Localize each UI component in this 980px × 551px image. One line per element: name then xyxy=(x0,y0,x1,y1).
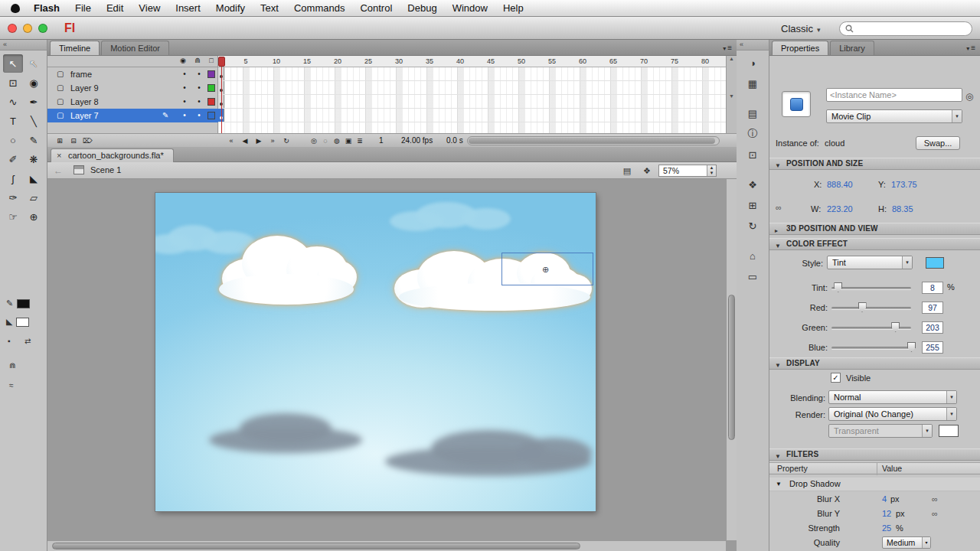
play-button[interactable]: ▶ xyxy=(253,135,265,146)
symbol-thumbnail[interactable] xyxy=(782,91,811,117)
deco-tool[interactable]: ❋ xyxy=(24,150,44,168)
menu-insert[interactable]: Insert xyxy=(168,0,208,17)
search-input[interactable] xyxy=(858,24,965,34)
pen-tool[interactable]: ✒ xyxy=(24,93,44,111)
gradient-transform-tool[interactable]: ◉ xyxy=(24,73,44,92)
history-panel-icon[interactable]: ⌂ xyxy=(743,247,763,264)
tint-slider-value[interactable]: 8 xyxy=(922,282,943,294)
layer-row-frame[interactable]: ▢frame•• xyxy=(47,67,218,81)
swap-colors-button[interactable]: ⇄ xyxy=(24,337,31,345)
default-colors-button[interactable]: ▪ xyxy=(8,337,11,345)
blue-slider-thumb[interactable] xyxy=(907,342,916,352)
frames-row-frame[interactable] xyxy=(218,67,726,81)
eyedropper-tool[interactable]: ✑ xyxy=(3,188,23,207)
menu-flash[interactable]: Flash xyxy=(26,0,67,17)
paint-bucket-tool[interactable]: ◣ xyxy=(24,169,44,187)
x-value[interactable]: 888.40 xyxy=(827,180,853,189)
pin-properties-icon[interactable]: ◎ xyxy=(965,91,973,102)
bone-tool[interactable]: ʃ xyxy=(3,169,23,187)
layer-row-layer-9[interactable]: ▢Layer 9•• xyxy=(47,81,218,95)
instance-name-input[interactable] xyxy=(826,88,962,102)
menu-edit[interactable]: Edit xyxy=(99,0,131,17)
layer-visibility-dot[interactable]: • xyxy=(180,81,189,95)
show-hide-all-icon[interactable]: ◉ xyxy=(178,57,188,64)
edit-symbols-button[interactable]: ❖ xyxy=(640,165,654,177)
h-value[interactable]: 88.35 xyxy=(892,204,913,214)
blue-slider-value[interactable]: 255 xyxy=(922,341,943,354)
scene-name[interactable]: Scene 1 xyxy=(90,165,121,174)
tool-option-toggle[interactable]: ≈ xyxy=(9,381,14,390)
selection-tool[interactable]: ↖ xyxy=(3,54,23,73)
menu-modify[interactable]: Modify xyxy=(208,0,253,17)
onion-skin-button[interactable]: ◌ xyxy=(319,135,332,146)
close-button[interactable] xyxy=(8,24,17,33)
layer-lock-dot[interactable]: • xyxy=(194,95,204,109)
tab-timeline[interactable]: Timeline xyxy=(50,41,100,55)
blending-dropdown[interactable]: Normal ▾ xyxy=(828,390,957,404)
section-position-and-size[interactable]: ▼POSITION AND SIZE xyxy=(769,158,980,170)
menu-commands[interactable]: Commands xyxy=(286,0,352,17)
properties-panel-menu-icon[interactable]: ▾≡ xyxy=(966,44,975,52)
zoom-tool[interactable]: ⊕ xyxy=(24,207,44,226)
frames-row-layer-7[interactable] xyxy=(218,109,726,122)
snap-to-objects-toggle[interactable]: ⋒ xyxy=(9,361,15,370)
visible-checkbox[interactable]: ✓ xyxy=(831,373,841,383)
components-panel-icon[interactable]: ⊞ xyxy=(743,197,763,214)
w-value[interactable]: 223.20 xyxy=(827,204,853,214)
filter-row-blur-x[interactable]: Blur X4px∞ xyxy=(769,492,980,507)
timeline-vertical-scrollbar[interactable]: ▲▼ xyxy=(726,56,737,133)
lock-all-icon[interactable]: ⋒ xyxy=(193,57,202,64)
layer-visibility-dot[interactable]: • xyxy=(180,109,189,122)
section-filters[interactable]: ▼FILTERS xyxy=(769,448,980,461)
zoom-level-field[interactable]: 57% ▲▼ xyxy=(658,165,717,177)
vertical-scrollbar-thumb[interactable] xyxy=(728,295,735,440)
minimize-button[interactable] xyxy=(23,24,32,33)
line-tool[interactable]: ╲ xyxy=(24,112,44,130)
onion-skin-outlines-button[interactable]: ◍ xyxy=(331,135,343,146)
timeline-scrollbar-thumb[interactable] xyxy=(469,138,715,144)
dock-expand[interactable]: « xyxy=(737,40,769,51)
red-slider-track[interactable] xyxy=(831,307,911,309)
transform-panel-icon[interactable]: ⊡ xyxy=(743,146,763,163)
frames-row-layer-8[interactable] xyxy=(218,95,726,109)
info-panel-icon[interactable]: ⓘ xyxy=(743,126,763,142)
menu-debug[interactable]: Debug xyxy=(400,0,444,17)
green-slider-track[interactable] xyxy=(831,327,911,329)
modify-markers-button[interactable]: ≣ xyxy=(354,135,366,146)
strings-panel-icon[interactable]: ▭ xyxy=(743,268,763,285)
menu-help[interactable]: Help xyxy=(495,0,531,17)
close-document-icon[interactable]: × xyxy=(57,149,61,162)
step-forward-button[interactable]: » xyxy=(266,135,279,146)
red-slider-thumb[interactable] xyxy=(858,302,867,312)
selection-bounding-box[interactable]: ⊕ xyxy=(501,253,593,285)
new-layer-button[interactable]: ⊞ xyxy=(54,135,66,146)
filter-value[interactable]: 25 xyxy=(882,521,891,535)
tab-library[interactable]: Library xyxy=(830,41,874,55)
tab-properties[interactable]: Properties xyxy=(772,41,828,55)
oval-tool[interactable]: ○ xyxy=(3,131,23,149)
section-display[interactable]: ▼DISPLAY xyxy=(769,357,980,370)
y-value[interactable]: 173.75 xyxy=(891,180,917,189)
tools-panel-collapse[interactable]: « xyxy=(0,40,47,51)
layer-lock-dot[interactable]: • xyxy=(194,67,204,81)
tab-motion-editor[interactable]: Motion Editor xyxy=(101,41,169,55)
layer-visibility-dot[interactable]: • xyxy=(180,95,189,109)
stage-vertical-scrollbar[interactable] xyxy=(726,179,737,540)
layer-row-layer-8[interactable]: ▢Layer 8•• xyxy=(47,95,218,109)
free-transform-tool[interactable]: ⊡ xyxy=(3,73,23,92)
stage-canvas[interactable]: ⊕ xyxy=(155,193,596,511)
new-folder-button[interactable]: ⊟ xyxy=(67,135,80,146)
timeline-horizontal-scrollbar[interactable] xyxy=(467,136,720,145)
timeline-frames-grid[interactable]: 5101520253035404550556065707580 xyxy=(218,56,726,133)
swap-button[interactable]: Swap... xyxy=(916,136,960,150)
edit-scene-button[interactable]: ▤ xyxy=(620,165,634,177)
menu-view[interactable]: View xyxy=(131,0,168,17)
link-values-icon[interactable]: ∞ xyxy=(932,507,938,520)
zoom-level-value[interactable]: 57% xyxy=(663,165,679,176)
layer-outline-color-swatch[interactable] xyxy=(207,112,215,119)
layer-row-layer-7[interactable]: ▢Layer 7✎•• xyxy=(47,109,218,122)
zoom-stepper[interactable]: ▲▼ xyxy=(707,165,716,176)
code-snippets-panel-icon[interactable]: ❖ xyxy=(743,176,763,193)
swatches-panel-icon[interactable]: ▦ xyxy=(743,75,763,92)
zoom-window-button[interactable] xyxy=(38,24,47,33)
